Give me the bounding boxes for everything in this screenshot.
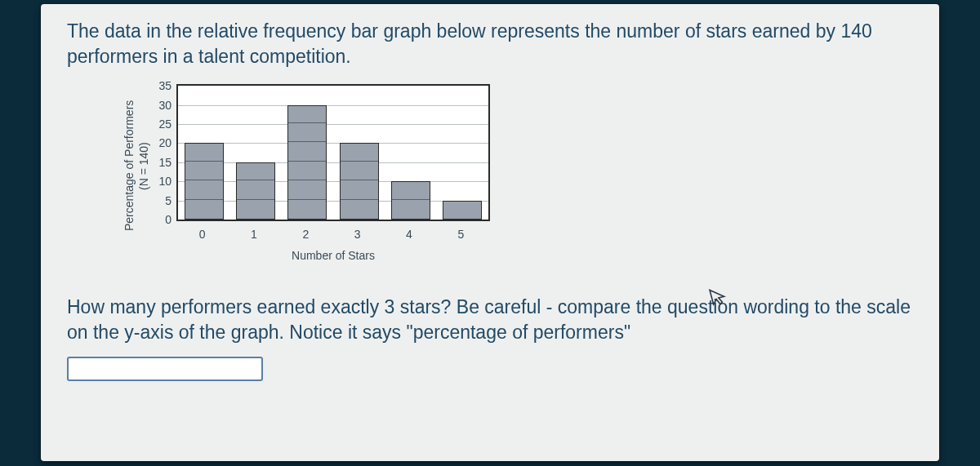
plot-area xyxy=(176,84,490,221)
grid-line xyxy=(178,201,488,202)
grid-line xyxy=(178,124,488,125)
grid-line xyxy=(178,181,488,182)
bar xyxy=(287,105,327,220)
y-tick-label: 30 xyxy=(147,99,172,112)
y-tick-label: 0 xyxy=(147,213,172,226)
grid-line xyxy=(178,162,488,163)
y-tick-label: 10 xyxy=(147,175,172,188)
y-axis-label: Percentage of Performers xyxy=(122,100,136,231)
intro-text: The data in the relative frequency bar g… xyxy=(67,19,913,69)
x-axis-label: Number of Stars xyxy=(176,249,490,262)
y-tick-label: 15 xyxy=(147,156,172,169)
x-tick-label: 1 xyxy=(251,228,257,241)
grid-line xyxy=(178,105,488,106)
bar xyxy=(236,162,275,220)
bar xyxy=(185,143,224,220)
x-tick-label: 4 xyxy=(406,228,412,241)
y-tick-label: 35 xyxy=(147,79,172,92)
x-tick-label: 3 xyxy=(354,228,361,241)
question-text: How many performers earned exactly 3 sta… xyxy=(67,295,913,345)
y-tick-label: 20 xyxy=(147,136,172,149)
bar-chart: Percentage of Performers (N = 140) 05101… xyxy=(116,84,573,272)
bar xyxy=(340,143,379,220)
y-axis-ticks: 05101520253035 xyxy=(147,84,172,221)
answer-input[interactable] xyxy=(67,357,263,381)
x-tick-label: 0 xyxy=(199,228,206,241)
bar xyxy=(443,201,482,220)
y-tick-label: 25 xyxy=(147,118,172,131)
y-tick-label: 5 xyxy=(147,194,172,207)
x-tick-label: 2 xyxy=(302,228,309,241)
bar xyxy=(391,181,430,220)
x-tick-label: 5 xyxy=(457,228,464,241)
grid-line xyxy=(178,143,488,144)
question-card: The data in the relative frequency bar g… xyxy=(41,4,939,461)
